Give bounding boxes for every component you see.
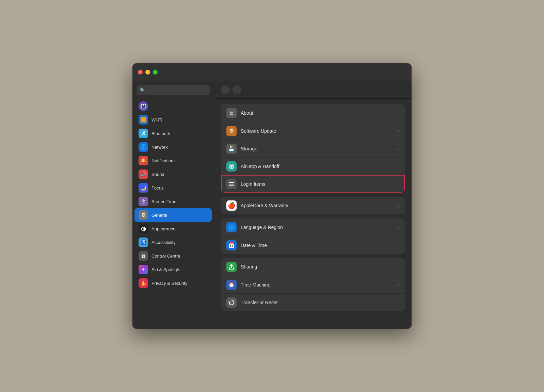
focus-icon: 🌙 xyxy=(139,183,148,193)
sidebar-item-family[interactable]: 👨‍👩‍👧 xyxy=(134,99,212,113)
sidebar-item-bluetooth[interactable]: ✗Bluetooth xyxy=(134,127,212,140)
sidebar-item-accessibility[interactable]: ♿Accessibility xyxy=(134,235,212,249)
close-button[interactable] xyxy=(138,70,143,75)
row-label-login-items: Login Items xyxy=(241,181,394,187)
sidebar-item-wifi[interactable]: 📶Wi-Fi xyxy=(134,113,212,127)
date-time-icon: 📅 xyxy=(226,240,237,250)
sidebar-label-screen-time: Screen Time xyxy=(151,199,176,204)
detail-scroll: 🖥About›⚙Software Update›💾Storage›AirDrop… xyxy=(214,99,412,329)
applecare-icon: 🍎 xyxy=(226,200,237,211)
sidebar-label-notifications: Notifications xyxy=(151,158,176,163)
row-label-airdrop-handoff: AirDrop & Handoff xyxy=(241,164,394,169)
sidebar-label-sound: Sound xyxy=(151,172,164,177)
settings-row-login-items[interactable]: Login Items› xyxy=(221,175,405,193)
sidebar-label-wifi: Wi-Fi xyxy=(151,117,162,122)
sidebar-label-accessibility: Accessibility xyxy=(151,240,176,245)
general-icon: ⚙ xyxy=(139,210,148,220)
sidebar-item-notifications[interactable]: 🔔Notifications xyxy=(134,154,212,167)
row-label-date-time: Date & Time xyxy=(241,243,394,248)
sidebar-label-bluetooth: Bluetooth xyxy=(151,131,170,136)
settings-row-transfer-reset[interactable]: Transfer or Reset› xyxy=(221,293,405,311)
main-content: 🔍 👨‍👩‍👧 📶Wi-Fi✗Bluetooth🌐Network🔔Notific… xyxy=(132,81,412,329)
sidebar-item-focus[interactable]: 🌙Focus xyxy=(134,181,212,195)
sidebar-item-screen-time[interactable]: ⏱Screen Time xyxy=(134,195,212,208)
chevron-icon-time-machine: › xyxy=(398,282,399,287)
forward-button[interactable] xyxy=(233,85,241,94)
row-label-time-machine: Time Machine xyxy=(241,282,394,288)
svg-rect-5 xyxy=(229,185,234,186)
sidebar-label-general: General xyxy=(151,213,167,218)
minimize-button[interactable] xyxy=(145,70,150,75)
appearance-icon: ◑ xyxy=(139,224,148,233)
sidebar-label-appearance: Appearance xyxy=(151,226,175,231)
titlebar xyxy=(132,63,412,81)
chevron-icon-language-region: › xyxy=(398,225,399,230)
svg-rect-4 xyxy=(229,184,234,184)
sidebar-label-network: Network xyxy=(151,145,168,150)
sidebar-item-sound[interactable]: 🔊Sound xyxy=(134,167,212,181)
settings-group-group2: 🍎AppleCare & Warranty› xyxy=(221,197,405,214)
software-update-icon: ⚙ xyxy=(226,126,237,136)
settings-group-group4: Sharing›⏰Time Machine›Transfer or Reset› xyxy=(221,258,405,311)
settings-row-time-machine[interactable]: ⏰Time Machine› xyxy=(221,276,405,293)
chevron-icon-about: › xyxy=(398,111,399,116)
chevron-icon-airdrop-handoff: › xyxy=(398,164,399,169)
settings-row-sharing[interactable]: Sharing› xyxy=(221,258,405,276)
sound-icon: 🔊 xyxy=(139,169,148,179)
sidebar-item-general[interactable]: ⚙General xyxy=(134,208,212,222)
back-button[interactable] xyxy=(221,85,230,94)
settings-row-airdrop-handoff[interactable]: AirDrop & Handoff› xyxy=(221,157,405,175)
chevron-icon-login-items: › xyxy=(398,181,399,186)
sidebar-label-privacy-security: Privacy & Security xyxy=(151,281,187,286)
privacy-security-icon: ✋ xyxy=(139,278,148,288)
sidebar-item-control-centre[interactable]: ▦Control Centre xyxy=(134,249,212,263)
settings-groups: 🖥About›⚙Software Update›💾Storage›AirDrop… xyxy=(221,104,405,311)
row-label-software-update: Software Update xyxy=(241,128,394,134)
time-machine-icon: ⏰ xyxy=(226,280,237,290)
wifi-icon: 📶 xyxy=(139,115,148,125)
traffic-lights xyxy=(138,70,158,75)
sidebar-label-siri-spotlight: Siri & Spotlight xyxy=(151,267,180,272)
sidebar-scroll: 👨‍👩‍👧 📶Wi-Fi✗Bluetooth🌐Network🔔Notificat… xyxy=(132,98,214,329)
airdrop-handoff-icon xyxy=(226,161,237,172)
chevron-icon-applecare: › xyxy=(398,203,399,208)
network-icon: 🌐 xyxy=(139,142,148,152)
chevron-icon-date-time: › xyxy=(398,243,399,248)
svg-point-2 xyxy=(231,166,232,167)
storage-icon: 💾 xyxy=(226,144,237,154)
settings-row-software-update[interactable]: ⚙Software Update› xyxy=(221,122,405,140)
transfer-reset-icon xyxy=(226,297,237,308)
row-label-sharing: Sharing xyxy=(241,264,394,270)
notifications-icon: 🔔 xyxy=(139,156,148,165)
chevron-icon-sharing: › xyxy=(398,264,399,270)
language-region-icon: 🌐 xyxy=(226,222,237,232)
settings-row-date-time[interactable]: 📅Date & Time› xyxy=(221,236,405,254)
settings-row-about[interactable]: 🖥About› xyxy=(221,104,405,122)
sidebar-item-network[interactable]: 🌐Network xyxy=(134,140,212,154)
settings-row-language-region[interactable]: 🌐Language & Region› xyxy=(221,218,405,236)
sharing-icon xyxy=(226,262,237,272)
accessibility-icon: ♿ xyxy=(139,238,148,247)
sidebar-item-siri-spotlight[interactable]: ✦Siri & Spotlight xyxy=(134,263,212,276)
sidebar-label-control-centre: Control Centre xyxy=(151,254,180,259)
settings-group-group1: 🖥About›⚙Software Update›💾Storage›AirDrop… xyxy=(221,104,405,193)
sidebar-label-focus: Focus xyxy=(151,185,163,191)
about-icon: 🖥 xyxy=(226,108,237,118)
sidebar-item-appearance[interactable]: ◑Appearance xyxy=(134,222,212,235)
maximize-button[interactable] xyxy=(153,70,158,75)
sidebar: 🔍 👨‍👩‍👧 📶Wi-Fi✗Bluetooth🌐Network🔔Notific… xyxy=(132,81,214,329)
bluetooth-icon: ✗ xyxy=(139,129,148,138)
settings-row-storage[interactable]: 💾Storage› xyxy=(221,140,405,157)
control-centre-icon: ▦ xyxy=(139,251,148,261)
settings-row-applecare[interactable]: 🍎AppleCare & Warranty› xyxy=(221,197,405,214)
row-label-about: About xyxy=(241,110,394,116)
row-label-language-region: Language & Region xyxy=(241,225,394,230)
login-items-icon xyxy=(226,179,237,189)
chevron-icon-transfer-reset: › xyxy=(398,300,399,305)
chevron-icon-storage: › xyxy=(398,146,399,151)
sidebar-item-privacy-security[interactable]: ✋Privacy & Security xyxy=(134,276,212,290)
row-label-transfer-reset: Transfer or Reset xyxy=(241,300,394,305)
detail-header xyxy=(214,81,412,99)
svg-rect-3 xyxy=(229,182,234,183)
search-box[interactable]: 🔍 xyxy=(137,85,210,95)
